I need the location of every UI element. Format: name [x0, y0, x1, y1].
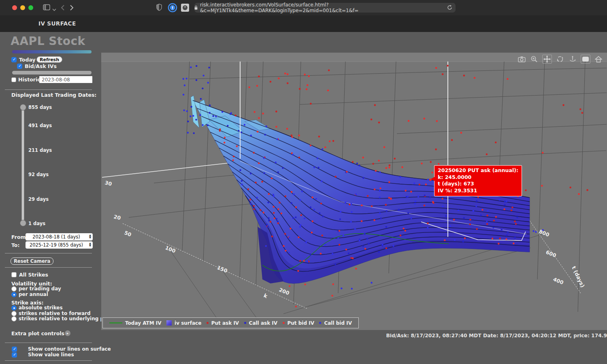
legend-item-iv-surface[interactable]: iv surface — [166, 320, 201, 326]
plot-modebar — [517, 55, 603, 64]
stepper-icon: ▲▼ — [89, 234, 91, 239]
legend-label: Call ask IV — [249, 320, 277, 326]
extra-controls-label: Extra plot controls — [11, 330, 64, 336]
hover-closest-icon[interactable] — [581, 55, 590, 64]
tooltip-line: t (days): 673 — [438, 181, 518, 187]
plot-option-checkbox[interactable] — [12, 347, 17, 352]
turntable-icon[interactable] — [568, 55, 577, 63]
historical-date-input[interactable] — [39, 76, 92, 83]
dates-section-label: Displayed Last Trading Dates: — [11, 92, 96, 98]
extra-controls-expand-icon[interactable]: ▸ — [65, 330, 70, 336]
tooltip-line: IV %: 29.3531 — [438, 187, 518, 194]
symbol-title: AAPL Stock — [0, 34, 96, 48]
radio-strikes-relative-to-underlying-price[interactable] — [11, 316, 17, 321]
tooltip-line: k: 245.0000 — [438, 174, 518, 181]
reset-camera-button[interactable]: Reset Camera — [11, 258, 53, 265]
date-range-slider-track[interactable] — [21, 106, 24, 224]
bid-ask-label: Bid/Ask IVs — [25, 63, 57, 69]
plot-option-checkbox[interactable] — [12, 352, 17, 358]
plot-option-label: Show value lines — [28, 352, 74, 358]
url-text: risk.interactivebrokers.com/VolSurface/s… — [200, 2, 456, 13]
password-extension-icon[interactable] — [168, 3, 177, 14]
surface-3d-canvas[interactable]: 501001502008006004003020kt (days) — [101, 53, 607, 330]
legend-label: Call bid IV — [324, 320, 352, 326]
iv-surface-app: risk.interactivebrokers.com/VolSurface/s… — [0, 0, 607, 364]
radio-per-trading-day[interactable] — [11, 286, 17, 292]
sidebar-toggle-icon[interactable] — [43, 4, 50, 12]
legend-label: Put bid IV — [288, 320, 314, 326]
radio-label: per annual — [19, 292, 48, 297]
historical-checkbox[interactable] — [11, 77, 16, 82]
app-header: IV SURFACE — [0, 15, 607, 32]
colorscale-bar — [12, 50, 92, 53]
today-label: Today — [19, 57, 36, 63]
today-checkbox[interactable] — [11, 57, 17, 62]
orbit-icon[interactable] — [556, 55, 564, 63]
zoom-window-button[interactable] — [28, 5, 33, 10]
loading-bar — [12, 71, 92, 75]
legend-swatch — [319, 322, 321, 324]
shield-icon[interactable] — [156, 4, 162, 13]
all-strikes-checkbox[interactable] — [11, 272, 17, 277]
slider-label: 92 days — [28, 172, 49, 177]
radio-label: strikes relative to forward — [19, 311, 91, 316]
plot-option-label: Show contour lines on surface — [28, 346, 111, 352]
radio-label: strikes relative to underlying price — [19, 316, 114, 321]
close-window-button[interactable] — [12, 5, 17, 10]
hover-tooltip: 20250620 PUT ask (annual): k: 245.0000 t… — [434, 165, 522, 196]
legend-swatch — [283, 322, 285, 324]
from-select[interactable]: 2023-08-18 (1 days) ▲▼ — [26, 233, 93, 241]
legend-item-Today-ATM-IV[interactable]: Today ATM IV — [109, 320, 162, 326]
bid-ask-checkbox[interactable] — [17, 64, 22, 69]
camera-icon[interactable] — [517, 55, 526, 63]
legend-label: Put ask IV — [211, 320, 239, 326]
radio-per-annual[interactable] — [11, 292, 17, 297]
to-select[interactable]: 2025-12-19 (855 days) ▲▼ — [26, 241, 93, 249]
legend-swatch — [244, 322, 246, 324]
divider — [5, 89, 92, 90]
slider-label: 491 days — [28, 123, 52, 128]
extension-icon[interactable] — [181, 3, 190, 14]
reload-icon[interactable] — [447, 4, 453, 12]
legend-swatch — [166, 320, 172, 326]
slider-handle-top[interactable] — [20, 104, 26, 111]
radio-absolute-strikes[interactable] — [11, 305, 17, 311]
legend-item-Put-bid-IV[interactable]: Put bid IV — [283, 320, 314, 326]
legend-swatch — [207, 322, 209, 324]
forward-icon[interactable] — [70, 4, 74, 13]
url-bar[interactable]: risk.interactivebrokers.com/VolSurface/s… — [194, 3, 456, 13]
browser-chrome: risk.interactivebrokers.com/VolSurface/s… — [0, 0, 607, 15]
divider — [5, 360, 92, 361]
divider — [5, 253, 92, 253]
iv-surface-plot[interactable]: 501001502008006004003020kt (days) 202506… — [101, 53, 607, 330]
zoom-icon[interactable] — [530, 55, 539, 63]
legend-swatch — [109, 322, 122, 324]
divider — [5, 343, 92, 343]
plot-legend: Today ATM IViv surfacePut ask IVCall ask… — [102, 317, 359, 328]
divider — [5, 267, 92, 268]
radio-label: per trading day — [19, 286, 61, 292]
legend-item-Call-ask-IV[interactable]: Call ask IV — [244, 320, 277, 326]
back-icon[interactable] — [61, 4, 65, 13]
legend-label: Today ATM IV — [125, 320, 162, 326]
status-bar: Bid/Ask: 8/17/2023, 08:27:40 MDT Date: 8… — [243, 333, 607, 338]
refresh-button[interactable]: Refresh — [36, 56, 62, 63]
chevron-down-icon[interactable] — [52, 5, 56, 13]
home-icon[interactable] — [594, 55, 603, 63]
slider-label: 211 days — [28, 147, 52, 153]
lock-icon — [194, 5, 198, 10]
legend-item-Put-ask-IV[interactable]: Put ask IV — [207, 320, 239, 326]
all-strikes-label: All Strikes — [19, 272, 48, 278]
pan-icon[interactable] — [542, 55, 552, 64]
slider-label: 1 days — [28, 221, 45, 226]
minimize-window-button[interactable] — [20, 5, 25, 10]
legend-item-Call-bid-IV[interactable]: Call bid IV — [319, 320, 352, 326]
radio-label: absolute strikes — [19, 305, 63, 311]
legend-label: iv surface — [175, 320, 201, 326]
tooltip-line: 20250620 PUT ask (annual): — [438, 167, 518, 174]
page-title: IV SURFACE — [38, 20, 76, 27]
slider-handle-bottom[interactable] — [20, 220, 26, 226]
radio-strikes-relative-to-forward[interactable] — [11, 311, 17, 316]
sidebar: AAPL Stock Today Refresh Bid/Ask IVs His… — [0, 32, 96, 364]
slider-label: 29 days — [28, 196, 49, 202]
